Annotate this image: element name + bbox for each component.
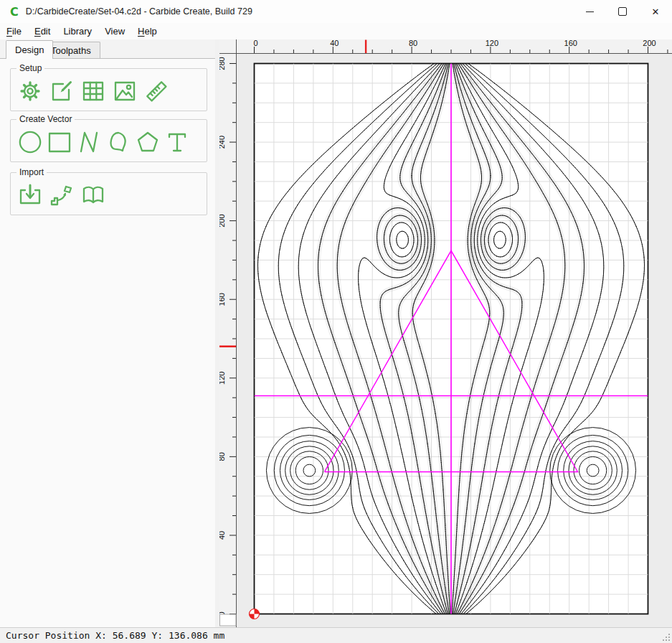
group-import: Import (10, 172, 207, 215)
rectangle-icon (47, 129, 72, 155)
measure-icon (143, 78, 169, 104)
svg-text:200: 200 (643, 39, 656, 47)
group-import-label: Import (16, 167, 47, 177)
svg-text:40: 40 (330, 39, 339, 47)
grid-setup-button[interactable] (80, 78, 107, 105)
cursor-position-text: Cursor Position X: 56.689 Y: 136.086 mm (6, 630, 224, 641)
svg-text:160: 160 (564, 39, 577, 47)
close-icon: ✕ (652, 7, 660, 17)
polygon-icon (135, 129, 161, 155)
svg-text:200: 200 (219, 214, 226, 227)
horizontal-ruler: 04080120160200 (237, 39, 672, 54)
svg-text:120: 120 (486, 39, 498, 47)
scale-button[interactable] (48, 182, 75, 209)
design-canvas[interactable] (237, 54, 672, 627)
circle-icon (17, 129, 43, 155)
group-setup-label: Setup (16, 63, 44, 73)
menu-file[interactable]: File (0, 24, 28, 38)
sidebar: Design Toolpaths Setup (0, 39, 216, 627)
vertical-ruler: 04080120160200240280 (219, 54, 237, 627)
group-setup: Setup (10, 68, 207, 111)
tab-design[interactable]: Design (6, 40, 53, 59)
create-freeform-button[interactable] (105, 128, 132, 156)
grid-icon (80, 78, 106, 104)
freeform-icon (105, 129, 131, 155)
group-create-vector: Create Vector (10, 119, 207, 162)
curve-icon (76, 129, 102, 155)
menu-help[interactable]: Help (131, 24, 164, 38)
gear-icon (17, 78, 43, 104)
app-logo-icon: C (10, 5, 19, 19)
svg-text:160: 160 (219, 293, 226, 306)
app-window: C D:/CarbideCreate/Set-04.c2d - Carbide … (0, 0, 672, 643)
ruler-corner-box (219, 39, 237, 54)
menu-library[interactable]: Library (57, 24, 98, 38)
measure-button[interactable] (143, 78, 170, 105)
svg-text:80: 80 (219, 452, 226, 461)
background-image-button[interactable] (111, 78, 138, 105)
menu-edit[interactable]: Edit (28, 24, 57, 38)
library-button[interactable] (80, 182, 107, 209)
svg-text:280: 280 (219, 57, 226, 70)
import-file-button[interactable] (16, 182, 44, 209)
scale-icon (49, 182, 75, 208)
create-text-button[interactable] (164, 128, 191, 156)
maximize-button[interactable] (606, 0, 639, 23)
minimize-icon (586, 11, 594, 12)
svg-text:0: 0 (253, 39, 257, 47)
menu-view[interactable]: View (98, 24, 131, 38)
library-icon (80, 182, 106, 208)
minimize-button[interactable] (573, 0, 606, 23)
group-create-vector-label: Create Vector (16, 114, 75, 124)
svg-text:120: 120 (219, 372, 226, 385)
status-bar: Cursor Position X: 56.689 Y: 136.086 mm (0, 627, 672, 643)
svg-text:80: 80 (409, 39, 417, 47)
menu-bar: File Edit Library View Help (0, 23, 672, 39)
maximize-icon (618, 7, 627, 16)
page-edit-icon (49, 78, 75, 104)
create-polygon-button[interactable] (134, 128, 161, 156)
create-rectangle-button[interactable] (46, 128, 73, 156)
svg-text:240: 240 (219, 136, 226, 149)
window-title: D:/CarbideCreate/Set-04.c2d - Carbide Cr… (26, 6, 252, 17)
text-icon (164, 129, 190, 155)
job-setup-button[interactable] (16, 78, 44, 105)
image-icon (112, 78, 138, 104)
edit-button[interactable] (48, 78, 75, 105)
create-curve-button[interactable] (75, 128, 103, 156)
svg-text:40: 40 (219, 531, 226, 540)
close-button[interactable]: ✕ (639, 0, 672, 23)
tab-strip: Design Toolpaths (0, 39, 215, 59)
title-bar: C D:/CarbideCreate/Set-04.c2d - Carbide … (0, 0, 672, 23)
resize-grip[interactable] (662, 633, 671, 642)
import-icon (17, 182, 43, 208)
create-circle-button[interactable] (16, 128, 44, 156)
